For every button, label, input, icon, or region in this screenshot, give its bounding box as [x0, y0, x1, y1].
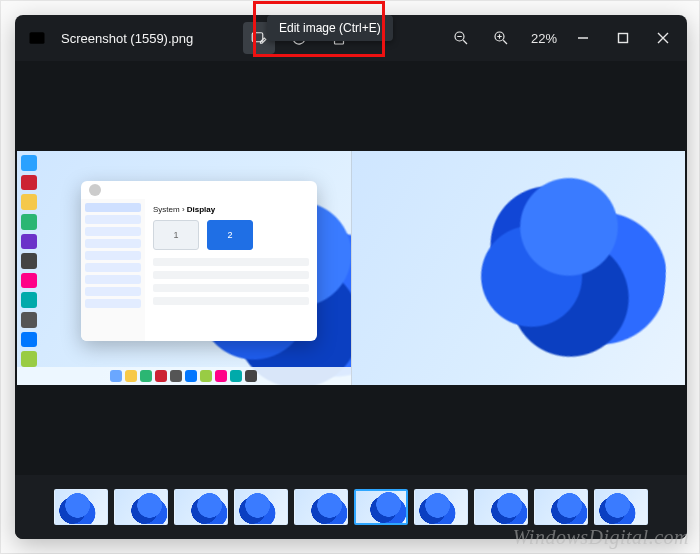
filmstrip-thumb[interactable]	[234, 489, 288, 525]
filmstrip-thumb[interactable]	[474, 489, 528, 525]
file-name: Screenshot (1559).png	[61, 31, 193, 46]
settings-display-window: System › Display 1 2	[81, 181, 317, 341]
thumb-bloom	[481, 489, 528, 525]
settings-nav	[81, 199, 145, 341]
zoom-out-icon	[452, 29, 470, 47]
taskbar	[17, 367, 351, 385]
desktop-icons-column	[21, 155, 41, 367]
filmstrip-thumb[interactable]	[534, 489, 588, 525]
image-viewport[interactable]: System › Display 1 2	[15, 61, 687, 475]
zoom-out-button[interactable]	[445, 22, 477, 54]
zoom-level: 22%	[531, 31, 557, 46]
article-stage: Screenshot (1559).png	[0, 0, 700, 554]
thumb-bloom	[121, 489, 168, 525]
minimize-icon	[577, 32, 589, 44]
monitor-1: 1	[153, 220, 199, 250]
app-logo-icon	[27, 28, 47, 48]
avatar	[89, 184, 101, 196]
thumb-bloom	[301, 489, 348, 525]
displayed-image: System › Display 1 2	[17, 151, 685, 385]
windows-bloom-wallpaper	[416, 151, 685, 385]
filmstrip-thumb[interactable]	[354, 489, 408, 525]
desktop-monitor-1: System › Display 1 2	[17, 151, 351, 385]
thumb-bloom	[54, 489, 101, 525]
filmstrip-thumb[interactable]	[594, 489, 648, 525]
window-close[interactable]	[643, 22, 683, 54]
thumb-bloom	[414, 489, 461, 525]
zoom-in-icon	[492, 29, 510, 47]
thumb-bloom	[234, 489, 281, 525]
thumb-bloom	[541, 489, 588, 525]
thumb-bloom	[360, 489, 408, 525]
filmstrip-thumb[interactable]	[114, 489, 168, 525]
filmstrip-thumb[interactable]	[414, 489, 468, 525]
desktop-monitor-2	[351, 151, 686, 385]
close-icon	[657, 32, 669, 44]
filmstrip-thumb[interactable]	[174, 489, 228, 525]
svg-point-1	[33, 36, 36, 39]
filmstrip-thumb[interactable]	[294, 489, 348, 525]
svg-rect-9	[619, 34, 628, 43]
zoom-in-button[interactable]	[485, 22, 517, 54]
zoom-toolbar: 22%	[445, 22, 563, 54]
edit-image-icon	[250, 29, 268, 47]
settings-breadcrumb: System › Display	[153, 205, 309, 214]
thumb-bloom	[594, 489, 641, 525]
window-minimize[interactable]	[563, 22, 603, 54]
thumb-bloom	[181, 489, 228, 525]
monitor-arrangement: 1 2	[153, 220, 309, 250]
maximize-icon	[617, 32, 629, 44]
filmstrip	[15, 475, 687, 539]
edit-image-tooltip: Edit image (Ctrl+E)	[267, 15, 393, 41]
monitor-2-selected: 2	[207, 220, 253, 250]
photos-app-window: Screenshot (1559).png	[15, 15, 687, 539]
window-maximize[interactable]	[603, 22, 643, 54]
filmstrip-thumb[interactable]	[54, 489, 108, 525]
